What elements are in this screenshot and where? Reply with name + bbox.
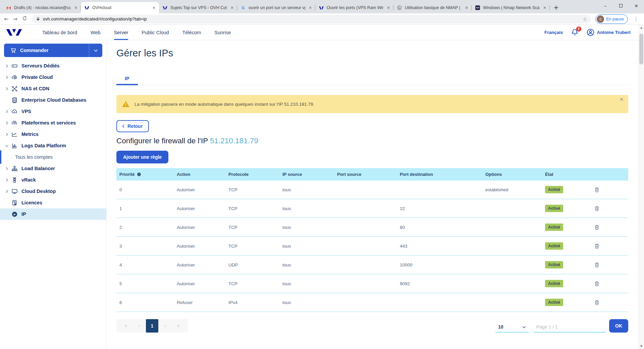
delete-rule-button[interactable] <box>591 243 628 249</box>
delete-rule-button[interactable] <box>591 299 628 306</box>
sidebar-item[interactable]: vRack <box>0 174 106 186</box>
notifications-bell-icon[interactable]: 3 <box>571 28 579 37</box>
order-button[interactable]: Commander <box>4 44 102 57</box>
tab-close-icon[interactable]: × <box>542 5 547 10</box>
sidebar-item[interactable]: VPS <box>0 106 106 117</box>
scroll-down-icon[interactable]: ▼ <box>639 344 644 349</box>
back-icon[interactable]: ← <box>4 16 8 22</box>
top-nav-item[interactable]: Web <box>84 25 107 40</box>
top-nav-label: Tableau de bord <box>42 30 77 35</box>
ovh-icon <box>162 5 168 10</box>
forward-icon[interactable]: → <box>13 16 17 22</box>
browser-profile-chip[interactable]: c En pause <box>595 14 628 24</box>
info-icon[interactable] <box>137 172 141 177</box>
tab-close-icon[interactable]: × <box>73 5 78 10</box>
tab-ip[interactable]: IP <box>116 73 138 85</box>
ok-button[interactable]: OK <box>609 319 628 333</box>
page-scrollbar[interactable]: ▲ ▼ <box>638 25 644 349</box>
trash-icon <box>594 205 600 212</box>
browser-tab[interactable]: Utilisation basique de NMAP | SU × <box>393 2 472 13</box>
page-size-select[interactable]: 10 <box>495 321 529 333</box>
sidebar: Commander Serveurs Dédiés Private Cloud <box>0 40 107 349</box>
browser-menu-icon[interactable]: ⋮ <box>632 16 640 22</box>
ovh-logo[interactable] <box>5 28 23 37</box>
alert-close-icon[interactable]: × <box>620 97 624 102</box>
sidebar-item[interactable]: Logs Data Platform <box>0 140 106 151</box>
new-tab-button[interactable]: + <box>551 2 561 12</box>
sidebar-item[interactable]: Licences <box>0 197 106 208</box>
server-icon <box>11 63 19 69</box>
sidebar-item-label: Logs Data Platform <box>21 143 66 148</box>
delete-rule-button[interactable] <box>591 224 628 231</box>
chevron-down-icon[interactable] <box>89 44 102 57</box>
sidebar-item[interactable]: Tous les comptes <box>0 151 106 163</box>
cell-priority: 1 <box>116 206 174 211</box>
sidebar-item[interactable]: Private Cloud <box>0 71 106 83</box>
sidebar-item-label: VPS <box>21 109 31 114</box>
cloud-desktop-icon <box>11 188 19 195</box>
close-button[interactable]: × <box>629 0 644 11</box>
sidebar-item[interactable]: Load Balancer <box>0 163 106 174</box>
pagination-first-button[interactable]: « <box>119 319 132 333</box>
pagination-last-button[interactable]: » <box>172 319 185 333</box>
delete-rule-button[interactable] <box>591 281 628 287</box>
browser-tab[interactable]: G ouvrir un port sur un serveur vps × <box>237 2 315 13</box>
back-button[interactable]: Retour <box>116 120 149 132</box>
sidebar-item[interactable]: Serveurs Dédiés <box>0 60 106 71</box>
sidebar-item[interactable]: Metrics <box>0 129 106 140</box>
delete-rule-button[interactable] <box>591 262 628 268</box>
col-protocol: Protocole <box>225 172 279 177</box>
tab-close-icon[interactable]: × <box>230 5 234 10</box>
cell-options: established <box>482 187 542 192</box>
sidebar-item[interactable]: IP IP <box>0 208 106 220</box>
sidebar-item-label: IP <box>21 211 26 217</box>
database-icon <box>11 97 19 103</box>
pagination-next-button[interactable]: › <box>158 319 172 333</box>
browser-tab[interactable]: Drafts (4) - nicolas.nicaise@cultu × <box>3 2 81 13</box>
reload-icon[interactable] <box>22 15 28 22</box>
top-nav-item[interactable]: Télécom <box>176 25 208 40</box>
add-rule-button[interactable]: Ajouter une règle <box>116 151 168 163</box>
tab-close-icon[interactable]: × <box>464 5 469 10</box>
browser-toolbar: ← → ovh.com/manager/dedicated/#/configur… <box>0 13 644 25</box>
cell-action: Autoriser <box>174 281 225 286</box>
cell-state: Activé <box>542 261 591 268</box>
top-nav-item[interactable]: Server <box>107 25 135 40</box>
scrollbar-thumb[interactable] <box>639 34 643 64</box>
bookmark-star-icon[interactable]: ☆ <box>583 16 587 22</box>
cell-protocol: UDP <box>225 262 279 267</box>
pagination-prev-button[interactable]: ‹ <box>132 319 146 333</box>
sidebar-item[interactable]: Enterprise Cloud Databases <box>0 94 106 106</box>
browser-tab[interactable]: Sujets Top sur VPS - OVH Commu × <box>159 2 237 13</box>
tab-close-icon[interactable]: × <box>386 5 391 10</box>
language-selector[interactable]: Français <box>544 30 563 35</box>
trash-icon <box>594 187 600 193</box>
browser-tab[interactable]: Ouvrir les ports (VPS Ram Windo × <box>315 2 393 13</box>
sidebar-item[interactable]: Plateformes et services <box>0 117 106 129</box>
delete-rule-button[interactable] <box>591 187 628 193</box>
tab-close-icon[interactable]: × <box>308 5 313 10</box>
address-bar[interactable]: ovh.com/manager/dedicated/#/configuratio… <box>32 15 591 23</box>
delete-rule-button[interactable] <box>591 205 628 212</box>
top-nav-item[interactable]: Sunrise <box>208 25 237 40</box>
tab-title: Windows | Nmap Network Scann <box>483 5 540 10</box>
top-nav-item[interactable]: Public Cloud <box>135 25 175 40</box>
maximize-button[interactable] <box>613 0 629 11</box>
cell-ip-source: tous <box>279 225 334 230</box>
user-menu[interactable]: Antoine Trubert <box>586 28 631 37</box>
svg-text:G: G <box>242 6 245 10</box>
top-nav-item[interactable]: Tableau de bord <box>36 25 84 40</box>
sidebar-item[interactable]: Cloud Desktop <box>0 186 106 197</box>
browser-tab[interactable]: Windows | Nmap Network Scann × <box>472 2 550 13</box>
minimize-button[interactable]: – <box>598 0 613 11</box>
url-text: ovh.com/manager/dedicated/#/configuratio… <box>43 16 580 21</box>
cell-priority: 3 <box>116 244 174 249</box>
page-number-input[interactable] <box>534 321 606 333</box>
pagination-page-1[interactable]: 1 <box>146 319 158 333</box>
scroll-up-icon[interactable]: ▲ <box>639 25 644 30</box>
sidebar-item[interactable]: NAS et CDN <box>0 83 106 94</box>
table-header-row: Priorité Action Protocole IP source Port… <box>116 168 628 181</box>
browser-tab[interactable]: OVHcloud × <box>81 2 159 13</box>
tab-close-icon[interactable]: × <box>152 5 156 10</box>
sidebar-item-label: Private Cloud <box>21 74 53 80</box>
